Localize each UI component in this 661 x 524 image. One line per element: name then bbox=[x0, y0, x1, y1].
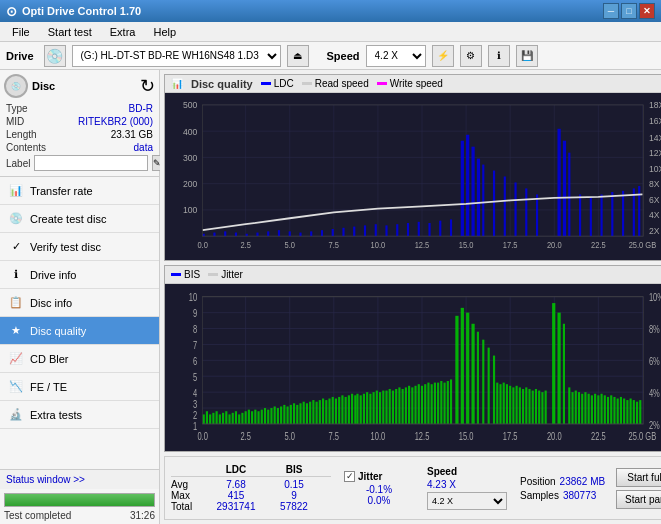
svg-text:400: 400 bbox=[183, 126, 197, 137]
svg-rect-134 bbox=[290, 405, 292, 424]
ldc-legend-dot bbox=[261, 82, 271, 85]
svg-rect-192 bbox=[437, 383, 439, 424]
svg-rect-180 bbox=[398, 387, 400, 424]
svg-rect-108 bbox=[206, 411, 208, 424]
svg-rect-0 bbox=[165, 93, 661, 260]
svg-rect-215 bbox=[578, 392, 580, 424]
nav-verify-test-disc-label: Verify test disc bbox=[30, 241, 101, 253]
ldc-header: LDC bbox=[211, 464, 261, 475]
svg-text:6: 6 bbox=[193, 355, 197, 368]
svg-rect-230 bbox=[626, 400, 628, 424]
svg-rect-23 bbox=[267, 231, 269, 236]
svg-rect-20 bbox=[235, 233, 237, 237]
svg-rect-120 bbox=[245, 411, 247, 424]
nav-create-test-disc[interactable]: 💿 Create test disc bbox=[0, 205, 159, 233]
svg-rect-158 bbox=[471, 324, 474, 424]
drive-label: Drive bbox=[6, 50, 34, 62]
maximize-button[interactable]: □ bbox=[621, 3, 637, 19]
speed-label: Speed bbox=[327, 50, 360, 62]
svg-rect-54 bbox=[579, 194, 581, 236]
menu-start-test[interactable]: Start test bbox=[40, 24, 100, 40]
svg-rect-51 bbox=[557, 129, 560, 236]
close-button[interactable]: ✕ bbox=[639, 3, 655, 19]
eject-button[interactable]: ⏏ bbox=[287, 45, 309, 67]
start-full-button[interactable]: Start full bbox=[616, 468, 661, 487]
fe-te-icon: 📉 bbox=[8, 379, 24, 395]
status-window-button[interactable]: Status window >> bbox=[0, 469, 159, 489]
samples-label: Samples bbox=[520, 490, 559, 501]
nav-drive-info[interactable]: ℹ Drive info bbox=[0, 261, 159, 289]
cd-bler-icon: 📈 bbox=[8, 351, 24, 367]
nav-create-test-disc-label: Create test disc bbox=[30, 213, 106, 225]
progress-bar bbox=[5, 494, 154, 506]
svg-rect-168 bbox=[360, 395, 362, 424]
svg-text:12X: 12X bbox=[649, 148, 661, 159]
chart-icon: 📊 bbox=[171, 78, 183, 89]
svg-rect-146 bbox=[328, 399, 330, 424]
menu-file[interactable]: File bbox=[4, 24, 38, 40]
svg-rect-189 bbox=[427, 383, 429, 424]
disc-icon: 💿 bbox=[4, 74, 28, 98]
svg-rect-28 bbox=[321, 230, 323, 236]
svg-rect-126 bbox=[264, 408, 266, 424]
type-value: BD-R bbox=[129, 103, 153, 114]
nav-fe-te[interactable]: 📉 FE / TE bbox=[0, 373, 159, 401]
chart-title: Disc quality bbox=[191, 78, 253, 90]
svg-text:8: 8 bbox=[193, 323, 197, 336]
bis-legend-dot bbox=[171, 273, 181, 276]
svg-rect-31 bbox=[353, 227, 355, 237]
svg-text:500: 500 bbox=[183, 100, 197, 111]
samples-value: 380773 bbox=[563, 490, 596, 501]
svg-rect-123 bbox=[254, 410, 256, 424]
max-bis-value: 9 bbox=[269, 490, 319, 501]
svg-rect-127 bbox=[267, 410, 269, 424]
save-button[interactable]: 💾 bbox=[516, 45, 538, 67]
svg-rect-163 bbox=[552, 303, 555, 424]
label-label: Label bbox=[6, 158, 30, 169]
svg-rect-38 bbox=[428, 223, 430, 236]
start-part-button[interactable]: Start part bbox=[616, 490, 661, 509]
speed-select[interactable]: 4.2 X bbox=[366, 45, 426, 67]
nav-verify-test-disc[interactable]: ✓ Verify test disc bbox=[0, 233, 159, 261]
nav-disc-info[interactable]: 📋 Disc info bbox=[0, 289, 159, 317]
nav-disc-quality[interactable]: ★ Disc quality bbox=[0, 317, 159, 345]
settings-button[interactable]: ⚙ bbox=[460, 45, 482, 67]
svg-rect-187 bbox=[421, 386, 423, 424]
nav-fe-te-label: FE / TE bbox=[30, 381, 67, 393]
info-button[interactable]: ℹ bbox=[488, 45, 510, 67]
minimize-button[interactable]: ─ bbox=[603, 3, 619, 19]
svg-rect-177 bbox=[389, 389, 391, 424]
svg-rect-19 bbox=[224, 231, 226, 236]
svg-text:18X: 18X bbox=[649, 100, 661, 111]
svg-rect-175 bbox=[382, 391, 384, 424]
svg-rect-216 bbox=[581, 394, 583, 424]
svg-rect-137 bbox=[299, 403, 301, 424]
svg-rect-222 bbox=[600, 394, 602, 424]
label-input[interactable] bbox=[34, 155, 148, 171]
length-label: Length bbox=[6, 129, 37, 140]
svg-rect-183 bbox=[408, 386, 410, 424]
svg-rect-193 bbox=[440, 381, 442, 424]
app-icon: ⊙ bbox=[6, 4, 17, 19]
status-section: Status window >> Test completed 31:26 bbox=[0, 469, 159, 524]
nav-cd-bler[interactable]: 📈 CD Bler bbox=[0, 345, 159, 373]
disc-refresh-button[interactable]: ↻ bbox=[140, 75, 155, 97]
svg-text:6%: 6% bbox=[649, 355, 660, 368]
contents-label: Contents bbox=[6, 142, 46, 153]
jitter-checkbox[interactable] bbox=[344, 471, 355, 482]
menu-extra[interactable]: Extra bbox=[102, 24, 144, 40]
svg-rect-24 bbox=[278, 230, 280, 236]
svg-rect-22 bbox=[256, 233, 258, 237]
drive-select[interactable]: (G:) HL-DT-ST BD-RE WH16NS48 1.D3 bbox=[72, 45, 281, 67]
bis-legend-label: BIS bbox=[184, 269, 200, 280]
nav-extra-tests-label: Extra tests bbox=[30, 409, 82, 421]
nav-extra-tests[interactable]: 🔬 Extra tests bbox=[0, 401, 159, 429]
menu-help[interactable]: Help bbox=[145, 24, 184, 40]
speed-select-stats[interactable]: 4.2 X bbox=[427, 492, 507, 510]
extra-tests-icon: 🔬 bbox=[8, 407, 24, 423]
disc-quality-icon: ★ bbox=[8, 323, 24, 339]
nav-transfer-rate[interactable]: 📊 Transfer rate bbox=[0, 177, 159, 205]
svg-text:0.0: 0.0 bbox=[197, 241, 208, 250]
svg-rect-26 bbox=[299, 233, 301, 237]
stats-bar: LDC BIS Avg 7.68 0.15 Max 415 9 Total 29… bbox=[164, 456, 661, 520]
